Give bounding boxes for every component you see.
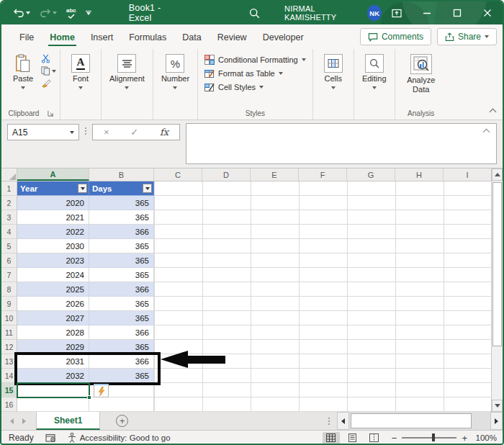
cell-a8[interactable]: 2025: [17, 282, 89, 297]
zoom-out-button[interactable]: −: [392, 433, 397, 444]
cell-b13[interactable]: 366: [89, 354, 154, 369]
year-filter-button[interactable]: [78, 184, 87, 193]
cell-a2[interactable]: 2020: [17, 196, 89, 210]
zoom-level[interactable]: 100%: [472, 433, 497, 442]
zoom-in-button[interactable]: +: [462, 433, 467, 444]
cell-a13[interactable]: 2031: [17, 354, 89, 369]
active-cell-a15[interactable]: [17, 382, 90, 398]
maximize-button[interactable]: [442, 1, 472, 24]
cancel-entry-button[interactable]: ×: [104, 127, 109, 138]
scroll-down-button[interactable]: [492, 400, 503, 412]
sheet-tab-sheet1[interactable]: Sheet1: [36, 412, 100, 430]
cell-b7[interactable]: 365: [89, 268, 154, 282]
tab-insert[interactable]: Insert: [83, 27, 121, 46]
collapse-formula-bar-icon[interactable]: [483, 129, 490, 136]
scroll-up-button[interactable]: [492, 168, 503, 181]
alignment-menu-button[interactable]: Alignment: [105, 51, 149, 91]
horizontal-scrollbar-thumb[interactable]: [351, 413, 472, 428]
column-header-a[interactable]: A: [17, 168, 89, 181]
next-sheet-button[interactable]: [22, 418, 26, 424]
select-all-button[interactable]: [1, 168, 17, 181]
row-header-14[interactable]: 14: [1, 369, 17, 383]
cut-button[interactable]: [41, 54, 56, 63]
minimize-button[interactable]: [412, 1, 442, 24]
row-header-6[interactable]: 6: [1, 253, 17, 268]
cell-b4[interactable]: 366: [89, 225, 154, 239]
tab-formulas[interactable]: Formulas: [121, 27, 174, 46]
row-header-1[interactable]: 1: [1, 181, 17, 196]
cell-a4[interactable]: 2022: [17, 225, 89, 239]
vertical-scrollbar[interactable]: [491, 168, 503, 412]
font-menu-button[interactable]: A Font: [64, 51, 97, 91]
cell-a10[interactable]: 2027: [17, 311, 89, 325]
ribbon-display-options-button[interactable]: [382, 1, 412, 24]
number-menu-button[interactable]: % Number: [157, 51, 194, 91]
cell-b16[interactable]: [89, 397, 154, 412]
conditional-formatting-button[interactable]: Conditional Formatting: [204, 55, 306, 65]
comments-button[interactable]: Comments: [360, 28, 431, 45]
column-header-d[interactable]: D: [202, 168, 251, 181]
tab-scroll-splitter[interactable]: [328, 418, 337, 425]
fill-handle[interactable]: [87, 395, 91, 400]
customize-qat-button[interactable]: [86, 11, 91, 15]
row-header-7[interactable]: 7: [1, 268, 17, 282]
column-header-i[interactable]: I: [444, 168, 491, 181]
row-header-11[interactable]: 11: [1, 325, 17, 340]
column-header-e[interactable]: E: [251, 168, 299, 181]
days-filter-button[interactable]: [143, 184, 152, 193]
tab-review[interactable]: Review: [210, 27, 255, 46]
tab-developer[interactable]: Developer: [255, 27, 312, 46]
paste-button[interactable]: Paste: [6, 51, 40, 91]
column-header-b[interactable]: B: [89, 168, 154, 181]
search-button[interactable]: [249, 8, 260, 19]
cell-b3[interactable]: 365: [89, 210, 154, 225]
row-header-12[interactable]: 12: [1, 340, 17, 354]
cell-b2[interactable]: 365: [89, 196, 154, 210]
cell-a14[interactable]: 2032: [17, 369, 89, 383]
account-name[interactable]: NIRMAL KAMISHETTY: [284, 4, 360, 22]
cell-a6[interactable]: 2023: [17, 253, 89, 268]
normal-view-button[interactable]: [323, 432, 340, 444]
previous-sheet-button[interactable]: [10, 418, 14, 424]
enter-entry-button[interactable]: ✓: [130, 127, 138, 138]
name-box[interactable]: A15: [7, 124, 79, 140]
collapse-ribbon-button[interactable]: [490, 107, 495, 117]
row-header-15[interactable]: 15: [1, 383, 17, 397]
analyze-data-button[interactable]: Analyze Data: [399, 51, 444, 95]
cell-a7[interactable]: 2024: [17, 268, 89, 282]
formula-bar-splitter[interactable]: [85, 127, 86, 135]
cell-a16[interactable]: [17, 397, 89, 412]
cell-b8[interactable]: 366: [89, 282, 154, 297]
row-header-16[interactable]: 16: [1, 397, 17, 412]
tab-data[interactable]: Data: [174, 27, 209, 46]
cell-b9[interactable]: 365: [89, 297, 154, 311]
zoom-slider[interactable]: [402, 437, 456, 439]
row-header-10[interactable]: 10: [1, 311, 17, 325]
cell-a11[interactable]: 2028: [17, 325, 89, 340]
formula-input[interactable]: [186, 123, 497, 164]
close-button[interactable]: [472, 1, 503, 24]
name-box-dropdown-icon[interactable]: [70, 131, 74, 134]
share-button[interactable]: Share: [437, 28, 497, 45]
format-painter-button[interactable]: [41, 78, 56, 88]
redo-button[interactable]: [40, 9, 57, 18]
macro-record-button[interactable]: [45, 433, 56, 443]
cells-menu-button[interactable]: Cells: [317, 51, 350, 91]
undo-button[interactable]: [13, 9, 30, 18]
page-layout-view-button[interactable]: [344, 432, 361, 444]
tab-file[interactable]: File: [12, 27, 42, 46]
table-header-year[interactable]: Year: [17, 181, 89, 196]
row-header-9[interactable]: 9: [1, 297, 17, 311]
row-header-13[interactable]: 13: [1, 354, 17, 369]
scroll-right-button[interactable]: [490, 412, 503, 430]
autofill-options-button[interactable]: [94, 384, 109, 397]
spelling-button[interactable]: abc: [66, 8, 76, 19]
column-header-c[interactable]: C: [154, 168, 202, 181]
cell-a9[interactable]: 2026: [17, 297, 89, 311]
cell-a3[interactable]: 2021: [17, 210, 89, 225]
cell-b5[interactable]: 365: [89, 239, 154, 253]
horizontal-scrollbar[interactable]: [337, 412, 503, 430]
cell-a5[interactable]: 2030: [17, 239, 89, 253]
cell-b12[interactable]: 365: [89, 340, 154, 354]
tab-home[interactable]: Home: [42, 27, 83, 46]
